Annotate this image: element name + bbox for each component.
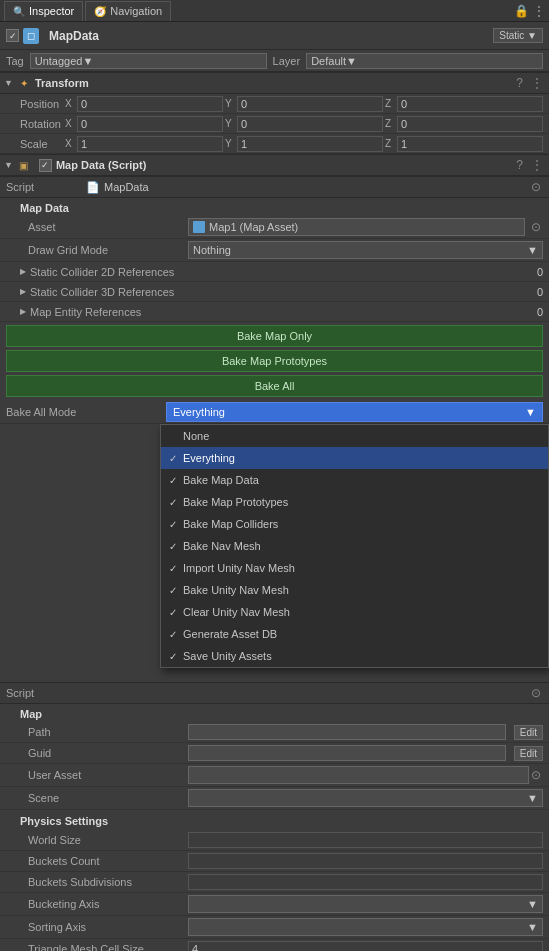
rotation-y-input[interactable] [237,116,383,132]
collider-3d-count: 0 [537,286,543,298]
static-collider-3d-row[interactable]: ▶ Static Collider 3D References 0 [0,282,549,302]
tag-value: Untagged [35,55,83,67]
dropdown-item-bake-map-prototypes[interactable]: ✓ Bake Map Prototypes [161,491,548,513]
dropdown-import-unity-nav-mesh-check: ✓ [169,563,183,574]
dropdown-generate-asset-db-label: Generate Asset DB [183,628,540,640]
script-row: Script 📄 MapData ⊙ [0,176,549,198]
tag-dropdown[interactable]: Untagged ▼ [30,53,267,69]
layer-dropdown[interactable]: Default ▼ [306,53,543,69]
position-x-input[interactable] [77,96,223,112]
pos-z-letter: Z [385,98,395,109]
map-data-active-checkbox[interactable]: ✓ [39,159,52,172]
draw-grid-dropdown[interactable]: Nothing ▼ [188,241,543,259]
scale-y-input[interactable] [237,136,383,152]
position-z-field: Z [385,96,543,112]
position-y-field: Y [225,96,383,112]
map-data-fold-arrow[interactable]: ▼ [4,160,13,170]
buckets-count-input[interactable] [188,853,543,869]
map-data-help-icon[interactable]: ? [514,158,525,172]
transform-settings-icon[interactable]: ⋮ [529,76,545,90]
dropdown-item-bake-unity-nav-mesh[interactable]: ✓ Bake Unity Nav Mesh [161,579,548,601]
user-asset-settings-icon[interactable]: ⊙ [529,768,543,782]
static-collider-2d-row[interactable]: ▶ Static Collider 2D References 0 [0,262,549,282]
guid-edit-button[interactable]: Edit [514,746,543,761]
bake-all-mode-dropdown[interactable]: Everything ▼ [166,402,543,422]
inspector-tab-label: Inspector [29,5,74,17]
transform-title: Transform [35,77,514,89]
asset-name: Map1 (Map Asset) [209,221,298,233]
map-title: Map [0,704,549,722]
tag-label: Tag [6,55,24,67]
static-button[interactable]: Static ▼ [493,28,543,43]
buckets-subdivisions-input[interactable] [188,874,543,890]
asset-field[interactable]: Map1 (Map Asset) [188,218,525,236]
dropdown-item-everything[interactable]: ✓ Everything [161,447,548,469]
entity-fold-icon: ▶ [20,307,26,316]
dropdown-none-label: None [183,430,540,442]
scl-x-letter: X [65,138,75,149]
scale-z-input[interactable] [397,136,543,152]
dropdown-item-clear-unity-nav-mesh[interactable]: ✓ Clear Unity Nav Mesh [161,601,548,623]
dropdown-import-unity-nav-mesh-label: Import Unity Nav Mesh [183,562,540,574]
object-active-checkbox[interactable]: ✓ [6,29,19,42]
bucketing-axis-dropdown[interactable]: ▼ [188,895,543,913]
lock-icon[interactable]: 🔒 [514,4,529,18]
transform-help-icon[interactable]: ? [514,76,525,90]
user-asset-field[interactable] [188,766,529,784]
map-data-settings-icon[interactable]: ⋮ [529,158,545,172]
physics-settings-section: Physics Settings World Size Buckets Coun… [0,810,549,951]
transform-actions: ? ⋮ [514,76,545,90]
asset-label: Asset [28,221,188,233]
script-settings-icon[interactable]: ⊙ [529,180,543,194]
scene-dropdown[interactable]: ▼ [188,789,543,807]
bake-all-label: Bake All [255,380,295,392]
path-edit-button[interactable]: Edit [514,725,543,740]
path-input[interactable] [188,724,506,740]
more-options-icon[interactable]: ⋮ [533,4,545,18]
map-entity-row[interactable]: ▶ Map Entity References 0 [0,302,549,322]
world-size-input[interactable] [188,832,543,848]
asset-value: Map1 (Map Asset) ⊙ [188,218,543,236]
tab-inspector[interactable]: 🔍 Inspector [4,1,83,21]
buckets-count-row: Buckets Count [0,851,549,872]
draw-grid-label: Draw Grid Mode [28,244,188,256]
dropdown-item-import-unity-nav-mesh[interactable]: ✓ Import Unity Nav Mesh [161,557,548,579]
asset-settings-icon[interactable]: ⊙ [529,220,543,234]
dropdown-item-generate-asset-db[interactable]: ✓ Generate Asset DB [161,623,548,645]
scale-z-field: Z [385,136,543,152]
rotation-z-input[interactable] [397,116,543,132]
pos-y-letter: Y [225,98,235,109]
scale-xyz: X Y Z [65,136,543,152]
map-data-script-actions: ? ⋮ [514,158,545,172]
script-name: MapData [104,181,149,193]
dropdown-bake-map-colliders-check: ✓ [169,519,183,530]
bucketing-axis-arrow: ▼ [527,898,538,910]
transform-scale-row: Scale X Y Z [0,134,549,154]
bake-all-button[interactable]: Bake All [6,375,543,397]
rotation-x-input[interactable] [77,116,223,132]
dropdown-item-save-unity-assets[interactable]: ✓ Save Unity Assets [161,645,548,667]
map-data-script-header: ▼ ▣ ✓ Map Data (Script) ? ⋮ [0,154,549,176]
bake-map-prototypes-button[interactable]: Bake Map Prototypes [6,350,543,372]
bucketing-axis-label: Bucketing Axis [28,898,188,910]
position-y-input[interactable] [237,96,383,112]
guid-input[interactable] [188,745,506,761]
triangle-mesh-input[interactable] [188,941,543,951]
dropdown-item-bake-map-colliders[interactable]: ✓ Bake Map Colliders [161,513,548,535]
dropdown-item-none[interactable]: None [161,425,548,447]
dropdown-item-bake-nav-mesh[interactable]: ✓ Bake Nav Mesh [161,535,548,557]
position-z-input[interactable] [397,96,543,112]
bake-map-only-button[interactable]: Bake Map Only [6,325,543,347]
object-header: ✓ ◻ MapData Static ▼ [0,22,549,50]
dropdown-item-bake-map-data[interactable]: ✓ Bake Map Data [161,469,548,491]
scale-x-input[interactable] [77,136,223,152]
tab-navigation[interactable]: 🧭 Navigation [85,1,171,21]
sorting-axis-label: Sorting Axis [28,921,188,933]
script2-settings-icon[interactable]: ⊙ [529,686,543,700]
dropdown-clear-unity-nav-mesh-check: ✓ [169,607,183,618]
collider-3d-label: Static Collider 3D References [30,286,537,298]
user-asset-row: User Asset ⊙ [0,764,549,787]
transform-fold-arrow[interactable]: ▼ [4,78,13,88]
dropdown-save-unity-assets-label: Save Unity Assets [183,650,540,662]
sorting-axis-dropdown[interactable]: ▼ [188,918,543,936]
